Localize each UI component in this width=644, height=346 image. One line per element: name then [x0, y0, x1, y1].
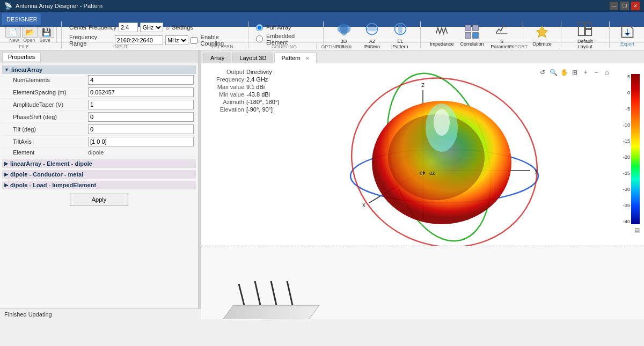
properties-tab-bar: Properties [0, 50, 198, 63]
3d-pattern-icon [335, 20, 353, 38]
embedded-element-radio[interactable] [256, 35, 263, 42]
export-section-label: EXPORT [392, 44, 644, 49]
cb-label-n30: -30 [623, 187, 630, 192]
conductor-metal-section: ▶ dipole - Conductor - metal [2, 170, 196, 179]
cb-label-n20: -20 [623, 154, 630, 160]
center-freq-input[interactable] [119, 23, 138, 32]
svg-line-34 [271, 281, 276, 305]
svg-point-3 [367, 26, 378, 31]
open-label: Open [23, 38, 35, 43]
azimuth-key: Azimuth [207, 99, 244, 105]
file-section-label: FILE [0, 44, 48, 49]
elementspacing-input[interactable] [88, 87, 194, 97]
prop-row-amplitudetaper: AmplitudeTaper (V) [2, 99, 196, 111]
open-button[interactable]: 📂 [22, 27, 38, 38]
tab-pattern[interactable]: Pattern ✕ [274, 53, 317, 63]
full-array-radio[interactable] [256, 24, 263, 31]
save-button[interactable]: 💾 [39, 27, 54, 38]
svg-line-32 [239, 284, 244, 305]
full-array-label: Full Array [266, 24, 291, 31]
pattern-section-label: PATTERN [193, 44, 252, 49]
amplitudetaper-label: AmplitudeTaper (V) [13, 101, 88, 108]
tiltaxis-input[interactable] [88, 137, 194, 146]
apply-button[interactable]: Apply [70, 194, 129, 205]
enable-coupling-checkbox[interactable] [191, 37, 197, 44]
svg-rect-13 [586, 22, 591, 28]
minvalue-val: -43.8 dBi [246, 91, 270, 98]
cb-label-n10: -10 [623, 122, 630, 128]
lumped-element-label: dipole - Load - lumpedElement [10, 182, 96, 188]
colorbar-gradient [631, 74, 640, 224]
svg-marker-31 [217, 305, 319, 319]
svg-point-24 [434, 109, 450, 136]
linear-array-header[interactable]: ▼ linearArray [2, 65, 196, 74]
cb-label-5: 5 [623, 74, 630, 79]
settings-label: Settings [172, 24, 193, 31]
tab-close-icon[interactable]: ✕ [305, 56, 310, 61]
ribbon-controls: 📄 📂 💾 New Open Save Center Frequency GHz… [0, 27, 644, 43]
amplitudetaper-input[interactable] [88, 100, 194, 109]
svg-point-30 [423, 172, 425, 174]
new-label: New [9, 38, 19, 43]
frequency-val: 2.4 GHz [246, 76, 268, 83]
lumped-element-section: ▶ dipole - Load - lumpedElement [2, 181, 196, 189]
svg-rect-8 [465, 32, 471, 38]
colorbar-labels: 5 0 -5 -10 -15 -20 -25 -30 -35 -40 [623, 74, 630, 224]
properties-tab-button[interactable]: Properties [2, 52, 41, 61]
content-tabs: Array Layout 3D Pattern ✕ [201, 50, 644, 63]
optimize-section-label: OPTIMIZE [317, 44, 349, 49]
elevation-key: Elevation [207, 106, 244, 113]
phaseshift-input[interactable] [88, 112, 194, 122]
prop-row-tilt: Tilt (deg) [2, 123, 196, 136]
conductor-metal-label: dipole - Conductor - metal [10, 171, 83, 178]
optimize-icon [533, 23, 551, 40]
svg-point-5 [398, 23, 403, 34]
prop-row-numelements: NumElements [2, 74, 196, 86]
correlation-icon [463, 23, 480, 40]
maxvalue-key: Max value [207, 84, 244, 90]
s-parameter-icon [493, 20, 510, 38]
expand-icon-3: ▶ [4, 172, 8, 177]
svg-line-35 [287, 281, 292, 305]
colorbar-container: 5 0 -5 -10 -15 -20 -25 -30 -35 -40 [623, 74, 640, 233]
element-dipole-section: ▶ linearArray - Element - dipole [2, 159, 196, 168]
el-pattern-icon [392, 20, 409, 38]
svg-rect-9 [473, 32, 479, 38]
numelements-input[interactable] [88, 75, 194, 85]
left-panel: Properties ▼ linearArray NumElements Ele… [0, 50, 199, 308]
prop-row-tiltaxis: TiltAxis [2, 136, 196, 148]
minvalue-key: Min value [207, 91, 244, 98]
element-label: Element [13, 149, 88, 156]
center-freq-label: Center Frequency [69, 24, 116, 31]
designer-tab-button[interactable]: DESIGNER [2, 13, 41, 25]
close-button[interactable]: ✕ [631, 2, 640, 10]
cb-label-n40: -40 [623, 219, 630, 224]
svg-line-33 [255, 281, 260, 305]
conductor-metal-header[interactable]: ▶ dipole - Conductor - metal [2, 170, 196, 179]
frequency-key: Frequency [207, 76, 244, 83]
prop-row-element: Element dipole [2, 148, 196, 157]
ribbon-section-labels: FILE INPUT PATTERN COUPLING OPTIMIZE VIE… [0, 43, 644, 50]
tab-array[interactable]: Array [203, 53, 231, 63]
new-button[interactable]: 📄 [5, 27, 21, 38]
cb-label-0: 0 [623, 90, 630, 95]
center-freq-unit-select[interactable]: GHzMHz [140, 23, 163, 32]
pattern-info: Output Directivity Frequency 2.4 GHz Max… [207, 69, 279, 114]
maxvalue-val: 9.1 dBi [246, 84, 265, 90]
content-area: Output Directivity Frequency 2.4 GHz Max… [201, 63, 644, 319]
minimize-button[interactable]: — [610, 2, 618, 10]
azimuth-val: [-180°, 180°] [246, 99, 279, 105]
tab-layout3d[interactable]: Layout 3D [232, 53, 273, 63]
element-dipole-header[interactable]: ▶ linearArray - Element - dipole [2, 159, 196, 168]
cb-label-n5: -5 [623, 106, 630, 112]
output-key: Output [207, 69, 244, 75]
properties-content: ▼ linearArray NumElements ElementSpacing… [0, 63, 198, 308]
bottom-area: Show Antenna Hide Antenna [201, 246, 644, 319]
elementspacing-label: ElementSpacing (m) [13, 89, 88, 95]
lumped-element-header[interactable]: ▶ dipole - Load - lumpedElement [2, 181, 196, 189]
svg-point-1 [340, 22, 348, 35]
tiltaxis-label: TiltAxis [13, 138, 88, 145]
save-label: Save [39, 38, 50, 43]
tilt-input[interactable] [88, 124, 194, 134]
maximize-button[interactable]: ❐ [620, 2, 629, 10]
